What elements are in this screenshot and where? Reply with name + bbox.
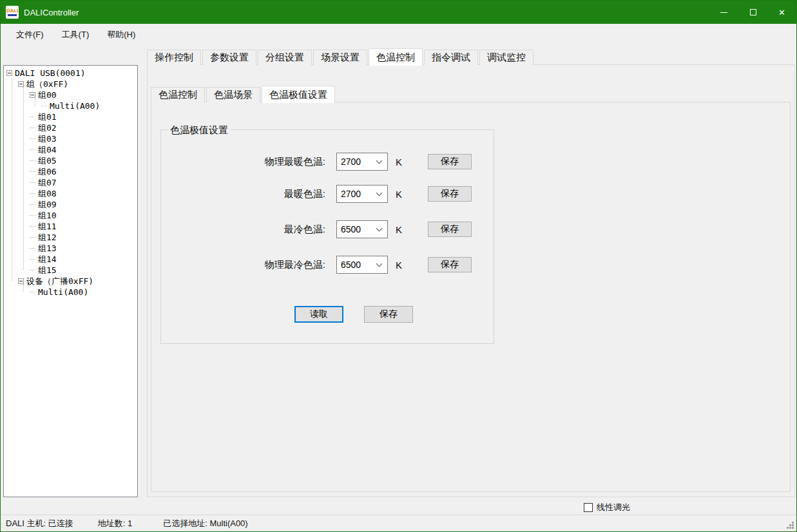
resize-grip-icon[interactable]: [792, 522, 794, 524]
save-all-button[interactable]: 保存: [364, 306, 413, 323]
tree-item-group15[interactable]: 组15: [4, 265, 137, 276]
tree-connector: [30, 215, 35, 216]
minimize-icon: [720, 12, 727, 13]
collapse-icon[interactable]: [30, 92, 35, 98]
field-row-physical-coolest: 物理最冷色温: 6500 K 保存: [161, 256, 494, 274]
close-icon: ✕: [778, 8, 785, 17]
status-selected-address: 已选择地址: Multi(A00): [163, 518, 247, 529]
collapse-icon[interactable]: [6, 70, 12, 76]
tree-item-group07[interactable]: 组07: [4, 177, 137, 188]
app-icon: DALI: [6, 6, 19, 19]
save-physical-warmest-button[interactable]: 保存: [428, 154, 472, 169]
minimize-button[interactable]: [709, 1, 738, 24]
tree-item-group00[interactable]: 组00: [4, 90, 137, 100]
subtab-color-temp-scene[interactable]: 色温场景: [206, 87, 260, 102]
sub-tabstrip: 色温控制 色温场景 色温极值设置: [151, 84, 336, 102]
tree-item-group02[interactable]: 组02: [4, 122, 137, 133]
tree-connector: [30, 259, 35, 260]
app-logo-bar: [8, 14, 17, 16]
maximize-icon: [750, 9, 756, 15]
tree-item-group13[interactable]: 组13: [4, 243, 137, 254]
tab-operation-control[interactable]: 操作控制: [147, 50, 201, 65]
tree-connector: [30, 149, 35, 150]
unit-kelvin: K: [396, 260, 405, 271]
tree-item-multi-a00-device[interactable]: Multi(A00): [4, 287, 137, 298]
menu-tools[interactable]: 工具(T): [53, 25, 99, 44]
physical-coolest-label: 物理最冷色温:: [161, 259, 325, 271]
tree-item-group11[interactable]: 组11: [4, 221, 137, 232]
tree-item-group08[interactable]: 组08: [4, 188, 137, 199]
tree-item-group-root[interactable]: 组（0xFF): [4, 79, 137, 90]
tree-connector: [30, 117, 35, 117]
save-physical-coolest-button[interactable]: 保存: [428, 257, 472, 272]
tree-connector: [30, 193, 35, 194]
physical-coolest-combobox[interactable]: 6500: [336, 256, 388, 274]
menu-help[interactable]: 帮助(H): [98, 25, 144, 44]
app-window: DALI DALIController ✕ 文件(F) 工具(T) 帮助(H) …: [0, 0, 797, 532]
field-row-warmest: 最暖色温: 2700 K 保存: [161, 185, 494, 203]
unit-kelvin: K: [396, 224, 405, 235]
tree-connector: [30, 160, 35, 161]
tab-color-temp-control[interactable]: 色温控制: [369, 48, 423, 66]
main-tabstrip: 操作控制 参数设置 分组设置 场景设置 色温控制 指令调试 调试监控: [147, 48, 535, 65]
tree-item-device-broadcast[interactable]: 设备（广播0xFF): [4, 276, 137, 287]
save-coolest-button[interactable]: 保存: [428, 222, 472, 237]
physical-warmest-combobox[interactable]: 2700: [336, 153, 388, 171]
tab-scene-settings[interactable]: 场景设置: [313, 50, 367, 65]
save-warmest-button[interactable]: 保存: [428, 186, 472, 202]
subtab-color-temp-control[interactable]: 色温控制: [151, 87, 205, 102]
tree-item-group06[interactable]: 组06: [4, 166, 137, 177]
unit-kelvin: K: [396, 157, 405, 167]
device-tree: DALI USB(0001) 组（0xFF) 组00 Multi(A00) 组0…: [4, 66, 137, 298]
tree-item-dali-usb[interactable]: DALI USB(0001): [4, 68, 137, 79]
maximize-button[interactable]: [738, 1, 767, 24]
title-bar: DALI DALIController ✕: [1, 1, 796, 24]
tree-item-multi-a00[interactable]: Multi(A00): [4, 100, 137, 111]
menu-file[interactable]: 文件(F): [7, 25, 53, 44]
chevron-down-icon: [376, 190, 383, 196]
unit-kelvin: K: [396, 189, 405, 200]
groupbox-actions: 读取 保存: [161, 306, 413, 323]
close-button[interactable]: ✕: [767, 1, 796, 24]
tree-connector: [30, 292, 35, 292]
status-bar: DALI 主机: 已连接 地址数: 1 已选择地址: Multi(A00): [1, 515, 796, 531]
tree-connector: [30, 128, 35, 128]
tree-item-group09[interactable]: 组09: [4, 199, 137, 210]
warmest-label: 最暖色温:: [161, 188, 325, 200]
linear-dimming-checkbox[interactable]: [584, 503, 593, 512]
tree-connector: [30, 226, 35, 227]
tree-item-group14[interactable]: 组14: [4, 254, 137, 265]
tree-connector: [30, 270, 35, 271]
linear-dimming-label: 线性调光: [597, 502, 630, 513]
window-title: DALIController: [24, 8, 79, 17]
subtab-color-temp-extremes[interactable]: 色温极值设置: [262, 86, 335, 103]
warmest-combobox[interactable]: 2700: [336, 185, 388, 203]
tree-item-group05[interactable]: 组05: [4, 155, 137, 166]
window-controls: ✕: [709, 1, 796, 24]
tree-guide-line: [12, 79, 12, 281]
field-row-physical-warmest: 物理最暖色温: 2700 K 保存: [161, 153, 494, 171]
field-row-coolest: 最冷色温: 6500 K 保存: [161, 220, 494, 238]
status-host-connection: DALI 主机: 已连接: [6, 518, 73, 529]
tab-debug-monitor[interactable]: 调试监控: [479, 50, 533, 65]
tree-item-group10[interactable]: 组10: [4, 210, 137, 221]
read-button[interactable]: 读取: [294, 306, 343, 323]
tree-connector: [30, 182, 35, 183]
tree-item-group01[interactable]: 组01: [4, 111, 137, 122]
status-address-count: 地址数: 1: [98, 518, 132, 529]
physical-warmest-label: 物理最暖色温:: [161, 156, 325, 168]
tree-item-group12[interactable]: 组12: [4, 232, 137, 243]
tab-grouping-settings[interactable]: 分组设置: [258, 50, 312, 65]
tree-connector: [30, 248, 35, 249]
tab-command-debug[interactable]: 指令调试: [424, 50, 478, 65]
collapse-icon[interactable]: [18, 278, 24, 284]
menu-bar: 文件(F) 工具(T) 帮助(H): [1, 24, 796, 46]
tree-item-group03[interactable]: 组03: [4, 133, 137, 144]
coolest-combobox[interactable]: 6500: [336, 220, 388, 238]
chevron-down-icon: [376, 158, 383, 164]
tab-parameter-settings[interactable]: 参数设置: [202, 50, 256, 65]
tree-item-group04[interactable]: 组04: [4, 144, 137, 155]
groupbox-title: 色温极值设置: [168, 124, 231, 137]
tree-connector: [30, 138, 35, 139]
collapse-icon[interactable]: [18, 81, 24, 87]
